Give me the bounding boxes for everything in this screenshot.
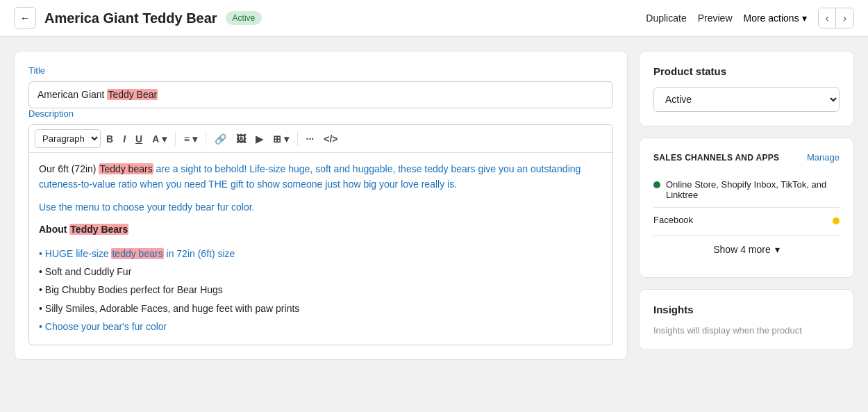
description-label: Description (28, 108, 613, 119)
table-icon: ⊞ (273, 133, 281, 145)
underline-button[interactable]: U (131, 131, 147, 147)
bullet-5: Choose your bear's fur color (39, 318, 603, 336)
top-bar: ← America Giant Teddy Bear Active Duplic… (0, 0, 868, 37)
prev-button[interactable]: ‹ (819, 8, 837, 28)
title-label: Title (28, 65, 613, 76)
main-content: Title American Giant Teddy Bear Descript… (0, 37, 868, 374)
top-bar-actions: Duplicate Preview More actions ▾ ‹ › (646, 8, 854, 28)
desc-bullets: HUGE life-size teddy bears in 72in (6ft)… (39, 245, 603, 336)
status-badge: Active (226, 11, 262, 25)
facebook-status-dot (833, 217, 840, 224)
about-pre: About (39, 224, 69, 235)
channel-item-online: Online Store, Shopify Inbox, TikTok, and… (653, 172, 840, 208)
insights-title: Insights (653, 304, 840, 315)
video-button[interactable]: ▶ (251, 131, 267, 147)
show-more-button[interactable]: Show 4 more ▾ (653, 235, 840, 263)
facebook-label: Facebook (653, 215, 693, 225)
text-color-label: A (152, 133, 159, 145)
channel-item-facebook: Facebook (653, 208, 840, 232)
align-dropdown-icon: ▾ (192, 133, 197, 145)
insights-subtitle: Insights will display when the product (653, 325, 840, 336)
image-button[interactable]: 🖼 (232, 131, 250, 147)
about-highlight: Teddy Bears (69, 224, 128, 235)
title-plain-text: American Giant (37, 89, 107, 100)
more-button[interactable]: ··· (302, 131, 319, 147)
product-status-title: Product status (653, 65, 840, 77)
text-color-button[interactable]: A ▾ (148, 131, 170, 147)
nav-arrows: ‹ › (818, 8, 854, 28)
code-button[interactable]: </> (319, 131, 342, 147)
chevron-down-icon: ▾ (775, 244, 780, 255)
more-actions-label: More actions (744, 13, 799, 24)
sales-header: SALES CHANNELS AND APPS Manage (653, 152, 840, 163)
product-card: Title American Giant Teddy Bear Descript… (14, 51, 628, 360)
more-icon: ··· (306, 133, 315, 145)
right-panel: Product status Active Draft Archived SAL… (639, 51, 854, 360)
left-panel: Title American Giant Teddy Bear Descript… (14, 51, 628, 360)
code-icon: </> (324, 133, 337, 145)
preview-button[interactable]: Preview (698, 13, 733, 24)
editor-toolbar: Paragraph B I U A ▾ ≡ ▾ (29, 125, 612, 153)
title-field[interactable]: American Giant Teddy Bear (28, 81, 613, 108)
bullet-2: Soft and Cuddly Fur (39, 263, 603, 281)
play-icon: ▶ (256, 133, 263, 145)
desc-paragraph-2: Use the menu to choose your teddy bear f… (39, 199, 603, 215)
align-button[interactable]: ≡ ▾ (180, 131, 201, 147)
bold-button[interactable]: B (102, 131, 117, 147)
page-title: America Giant Teddy Bear (44, 10, 217, 26)
bullet-3: Big Chubby Bodies perfect for Bear Hugs (39, 281, 603, 299)
desc-paragraph-1: Our 6ft (72in) Teddy bears are a sight t… (39, 161, 603, 192)
desc-about-title: About Teddy Bears (39, 222, 603, 237)
toolbar-separator-1 (175, 132, 176, 146)
italic-button[interactable]: I (119, 131, 130, 147)
channel-name-online: Online Store, Shopify Inbox, TikTok, and… (666, 179, 840, 200)
show-more-label: Show 4 more (713, 244, 770, 255)
text-color-dropdown-icon: ▾ (162, 133, 167, 145)
next-button[interactable]: › (836, 8, 853, 28)
link-icon: 🔗 (215, 133, 226, 145)
product-status-card: Product status Active Draft Archived (639, 51, 854, 126)
more-actions-button[interactable]: More actions ▾ (744, 13, 807, 24)
link-button[interactable]: 🔗 (210, 131, 231, 147)
toolbar-separator-3 (297, 132, 298, 146)
back-button[interactable]: ← (14, 7, 36, 29)
align-icon: ≡ (184, 133, 190, 145)
bullet-1: HUGE life-size teddy bears in 72in (6ft)… (39, 245, 603, 263)
paragraph-select[interactable]: Paragraph (35, 129, 101, 148)
status-select[interactable]: Active Draft Archived (653, 87, 840, 112)
desc-p1-pre: Our 6ft (72in) (39, 163, 99, 174)
table-dropdown-icon: ▾ (284, 133, 289, 145)
sales-channels-card: SALES CHANNELS AND APPS Manage Online St… (639, 138, 854, 278)
insights-card: Insights Insights will display when the … (639, 289, 854, 350)
image-icon: 🖼 (236, 133, 246, 145)
back-icon: ← (20, 13, 30, 24)
table-button[interactable]: ⊞ ▾ (269, 131, 293, 147)
editor-content[interactable]: Our 6ft (72in) Teddy bears are a sight t… (29, 153, 612, 345)
title-highlight-text: Teddy Bear (107, 89, 158, 100)
bullet-4: Silly Smiles, Adorable Faces, and huge f… (39, 299, 603, 318)
bullet-1-highlight: teddy bears (111, 248, 163, 259)
desc-p1-highlight: Teddy bears (99, 163, 153, 174)
toolbar-separator-2 (206, 132, 206, 146)
manage-button[interactable]: Manage (807, 152, 840, 163)
online-status-dot (653, 181, 660, 188)
chevron-down-icon: ▾ (802, 13, 807, 24)
sales-channels-title: SALES CHANNELS AND APPS (653, 153, 779, 163)
editor-wrapper: Paragraph B I U A ▾ ≡ ▾ (28, 124, 613, 345)
duplicate-button[interactable]: Duplicate (646, 13, 686, 24)
